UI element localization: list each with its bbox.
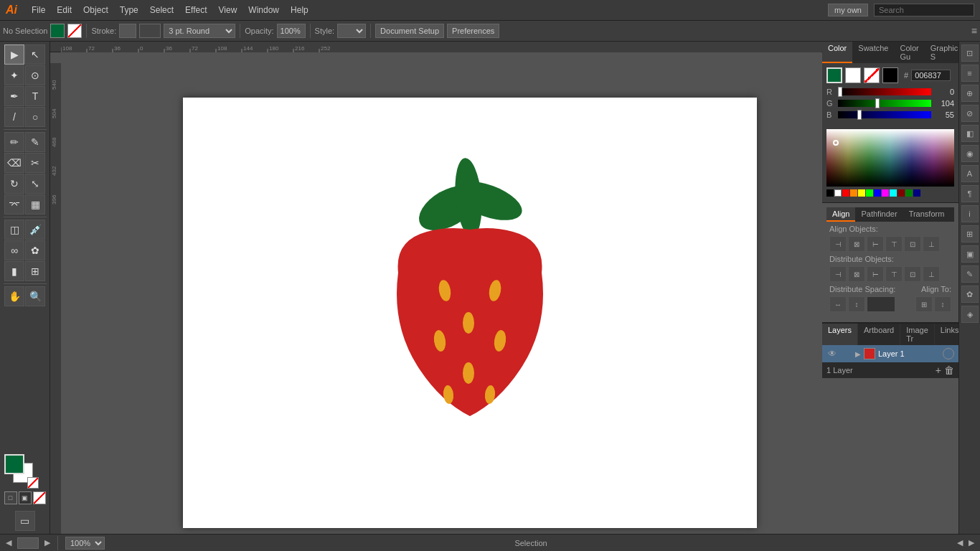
swatch-yellow[interactable]: [858, 189, 865, 197]
eyedropper-tool[interactable]: 💉: [25, 220, 45, 240]
align-center-v-button[interactable]: ⊡: [904, 236, 921, 252]
artboard-next-button[interactable]: ▶: [969, 538, 974, 547]
direct-selection-tool[interactable]: ↖: [25, 44, 45, 65]
swatch-green[interactable]: [866, 189, 873, 197]
active-color-swatch[interactable]: [826, 67, 842, 83]
lasso-tool[interactable]: ⊙: [25, 65, 45, 85]
g-slider-track[interactable]: [838, 100, 931, 107]
swatch-red[interactable]: [842, 189, 849, 197]
warp-tool[interactable]: ⌤: [4, 194, 24, 215]
paragraph-panel-button[interactable]: ¶: [961, 185, 979, 202]
opacity-input[interactable]: [277, 24, 306, 38]
tab-transform[interactable]: Transform: [903, 207, 951, 222]
distribute-center-h-button[interactable]: ⊠: [848, 266, 865, 282]
slice-tool[interactable]: ⊞: [25, 261, 45, 281]
layer-lock-toggle[interactable]: [841, 348, 852, 359]
tab-pathfinder[interactable]: Pathfinder: [855, 207, 903, 222]
none-swatch[interactable]: [27, 477, 39, 489]
hex-input[interactable]: [911, 70, 951, 81]
eraser-tool[interactable]: ⌫: [4, 153, 24, 173]
layer-target-indicator[interactable]: [943, 348, 954, 359]
symbol-tool[interactable]: ✿: [25, 240, 45, 260]
stroke-color-swatch[interactable]: [67, 24, 82, 38]
fill-color-swatch[interactable]: [50, 24, 65, 38]
black-swatch[interactable]: [882, 67, 898, 83]
zoom-select[interactable]: 100%: [65, 537, 105, 550]
blend-tool[interactable]: ∞: [4, 240, 24, 260]
menu-help[interactable]: Help: [285, 2, 314, 18]
inactive-color-swatch[interactable]: [845, 67, 861, 83]
swatch-magenta[interactable]: [882, 189, 889, 197]
zoom-tool[interactable]: 🔍: [25, 286, 45, 306]
menu-effect[interactable]: Effect: [179, 2, 212, 18]
type-tool[interactable]: T: [25, 86, 45, 106]
distribute-left-button[interactable]: ⊣: [829, 266, 847, 282]
character-panel-button[interactable]: A: [961, 165, 979, 182]
brushes-icon-button[interactable]: ✎: [961, 265, 979, 283]
distribute-spacing-v-button[interactable]: ↕: [848, 296, 865, 312]
align-to-key-button[interactable]: ↕: [934, 296, 951, 312]
line-tool[interactable]: /: [4, 107, 24, 127]
layers-icon-button[interactable]: ⊞: [961, 225, 979, 242]
spacing-value-input[interactable]: 0 px: [867, 296, 895, 312]
color-mode-button[interactable]: □: [4, 491, 17, 504]
align-top-button[interactable]: ⊤: [885, 236, 903, 252]
style-select[interactable]: [337, 24, 366, 38]
swatch-blue[interactable]: [874, 189, 881, 197]
stroke-width-input[interactable]: [119, 24, 136, 38]
layer-expand-arrow[interactable]: ▶: [855, 350, 861, 358]
menu-select[interactable]: Select: [144, 2, 179, 18]
ellipse-tool[interactable]: ○: [25, 107, 45, 127]
rectangle-tool[interactable]: ▭: [15, 511, 35, 531]
search-input[interactable]: [874, 4, 974, 17]
tab-swatches[interactable]: Swatche: [852, 42, 894, 63]
make-sublayer-button[interactable]: +: [936, 364, 941, 376]
no-fill-mode-button[interactable]: [33, 491, 46, 504]
canvas-scroll[interactable]: [61, 63, 822, 534]
transform-panel-button[interactable]: ⊡: [961, 44, 979, 62]
distribute-top-button[interactable]: ⊤: [885, 266, 903, 282]
tab-image-trace[interactable]: Image Tr: [900, 324, 935, 345]
pencil-tool[interactable]: ✎: [25, 132, 45, 152]
stroke-type-select[interactable]: 3 pt. Round: [164, 24, 235, 38]
menu-view[interactable]: View: [213, 2, 243, 18]
artboard-prev-button[interactable]: ◀: [957, 538, 963, 547]
delete-layer-button[interactable]: 🗑: [944, 364, 954, 376]
distribute-center-v-button[interactable]: ⊡: [904, 266, 921, 282]
b-slider-track[interactable]: [838, 111, 931, 118]
pen-tool[interactable]: ✒: [4, 86, 24, 106]
swatch-navy[interactable]: [913, 189, 920, 197]
distribute-bottom-button[interactable]: ⊥: [923, 266, 940, 282]
hand-tool[interactable]: ✋: [4, 286, 24, 306]
color-spectrum[interactable]: [826, 129, 954, 187]
layer-visibility-toggle[interactable]: 👁: [826, 348, 838, 359]
tab-layers[interactable]: Layers: [822, 324, 858, 345]
document-setup-button[interactable]: Document Setup: [375, 24, 444, 38]
tab-align[interactable]: Align: [826, 207, 855, 222]
scissors-tool[interactable]: ✂: [25, 153, 45, 173]
gradient-tool[interactable]: ◫: [4, 220, 24, 240]
tab-color[interactable]: Color: [822, 42, 852, 63]
swatch-white[interactable]: [834, 189, 842, 197]
menu-window[interactable]: Window: [242, 2, 285, 18]
selection-tool[interactable]: ▶: [4, 44, 24, 65]
tab-color-guide[interactable]: Color Gu: [895, 42, 925, 63]
r-slider-track[interactable]: [838, 88, 931, 95]
stroke-panel-button[interactable]: ⊘: [961, 105, 979, 122]
menu-file[interactable]: File: [26, 2, 51, 18]
swatch-black[interactable]: [826, 189, 834, 197]
paintbrush-tool[interactable]: ✏: [4, 132, 24, 152]
tab-artboard[interactable]: Artboard: [858, 324, 900, 345]
swatch-dark-green[interactable]: [905, 189, 913, 197]
page-number-input[interactable]: 1: [17, 537, 39, 549]
preferences-button[interactable]: Preferences: [447, 24, 499, 38]
symbols-icon-button[interactable]: ✿: [961, 286, 979, 303]
canvas-area[interactable]: 108 72 36 0 36 72 108 144 180: [50, 42, 822, 534]
swatches-icon-button[interactable]: ▣: [961, 245, 979, 263]
next-page-button[interactable]: ▶: [44, 538, 50, 547]
rotate-tool[interactable]: ↻: [4, 174, 24, 194]
distribute-right-button[interactable]: ⊢: [867, 266, 884, 282]
swatch-orange[interactable]: [850, 189, 857, 197]
align-panel-button[interactable]: ≡: [961, 65, 979, 82]
gradient-panel-button[interactable]: ◧: [961, 125, 979, 142]
